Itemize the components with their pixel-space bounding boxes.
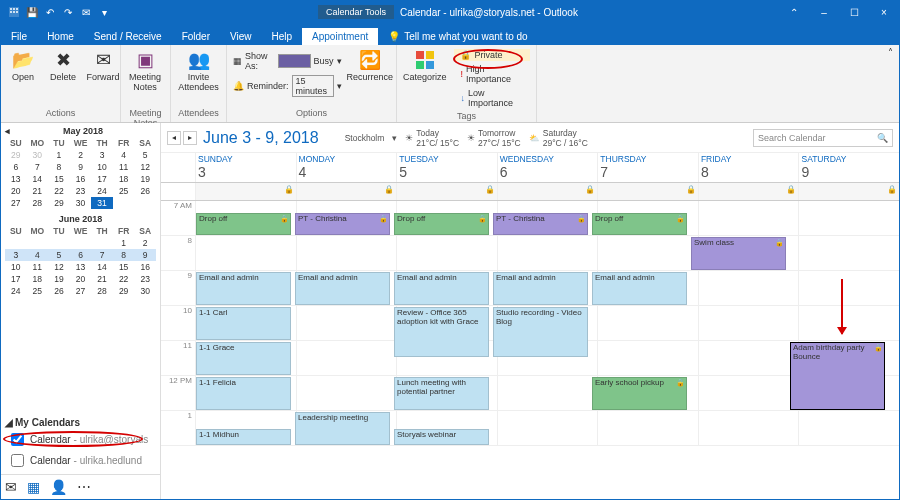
- evt-label: Swim class: [694, 238, 734, 247]
- event-email[interactable]: Email and admin: [493, 272, 588, 305]
- tab-folder[interactable]: Folder: [172, 28, 220, 45]
- calendar-icon[interactable]: ▦: [27, 479, 40, 495]
- event-email[interactable]: Email and admin: [394, 272, 489, 305]
- open-button[interactable]: 📂Open: [5, 47, 41, 85]
- calendar-item-2[interactable]: Calendar- ulrika.hedlund: [5, 451, 156, 470]
- event-pt[interactable]: PT - Christina🔒: [493, 213, 588, 235]
- evt-label: Studio recording - Video Blog: [496, 308, 582, 326]
- private-button[interactable]: 🔒Private: [454, 49, 530, 61]
- low-importance-button[interactable]: ↓Low Importance: [454, 87, 530, 109]
- event-felicia[interactable]: 1-1 Felicia: [196, 377, 291, 410]
- day-tue[interactable]: TUESDAY5: [396, 153, 497, 182]
- daynum: 5: [399, 164, 495, 180]
- event-webinar[interactable]: Storyals webinar: [394, 429, 489, 445]
- event-email[interactable]: Email and admin: [592, 272, 687, 305]
- event-swim[interactable]: Swim class🔒: [691, 237, 786, 270]
- chevron-down-icon[interactable]: ▾: [337, 56, 342, 66]
- mini-calendar-may[interactable]: ◂May 2018 SUMOTUWETHFRSA2930123456789101…: [1, 123, 160, 211]
- calendar-checkbox-1[interactable]: [11, 433, 24, 446]
- event-grace[interactable]: 1-1 Grace: [196, 342, 291, 375]
- minimize-button[interactable]: –: [809, 1, 839, 23]
- day-mon[interactable]: MONDAY4: [296, 153, 397, 182]
- hour-1: 1: [161, 411, 195, 445]
- event-drop-off[interactable]: Drop off🔒: [592, 213, 687, 235]
- calendar-checkbox-2[interactable]: [11, 454, 24, 467]
- categorize-button[interactable]: Categorize: [401, 47, 448, 85]
- event-studio[interactable]: Studio recording - Video Blog: [493, 307, 588, 357]
- high-importance-button[interactable]: !High Importance: [454, 63, 530, 85]
- event-birthday[interactable]: Adam birthday party Bounce🔒: [790, 342, 885, 410]
- day-wed[interactable]: WEDNESDAY6: [497, 153, 598, 182]
- svg-rect-8: [426, 51, 434, 59]
- tab-help[interactable]: Help: [262, 28, 303, 45]
- undo-icon[interactable]: ↶: [43, 5, 57, 19]
- recurrence-button[interactable]: 🔁Recurrence: [348, 47, 392, 85]
- more-icon[interactable]: ⋯: [77, 479, 91, 495]
- close-button[interactable]: ×: [869, 1, 899, 23]
- sun-icon: ☀: [467, 133, 475, 143]
- recurrence-label: Recurrence: [347, 73, 394, 83]
- reminder-value[interactable]: 15 minutes: [292, 75, 334, 97]
- allday-sun[interactable]: 🔒: [195, 183, 296, 200]
- qat-caret-icon[interactable]: ▾: [97, 5, 111, 19]
- day-thu[interactable]: THURSDAY7: [597, 153, 698, 182]
- showas-value[interactable]: [278, 54, 310, 68]
- invite-attendees-button[interactable]: 👥Invite Attendees: [175, 47, 222, 95]
- event-lunch[interactable]: Lunch meeting with potential partner: [394, 377, 489, 410]
- allday-wed[interactable]: 🔒: [497, 183, 598, 200]
- tab-view[interactable]: View: [220, 28, 262, 45]
- event-leadership[interactable]: Leadership meeting: [295, 412, 390, 445]
- ribbon-options-icon[interactable]: ⌃: [779, 1, 809, 23]
- send-receive-icon[interactable]: ✉: [79, 5, 93, 19]
- delete-button[interactable]: ✖Delete: [45, 47, 81, 85]
- evt-label: Early school pickup: [595, 378, 664, 387]
- dayname: FRIDAY: [701, 154, 797, 164]
- lock-icon: 🔒: [874, 344, 883, 352]
- tab-appointment[interactable]: Appointment: [302, 28, 378, 45]
- calendar-item-1[interactable]: Calendar- ulrika@storyals: [5, 430, 156, 449]
- allday-fri[interactable]: 🔒: [698, 183, 799, 200]
- people-icon[interactable]: 👤: [50, 479, 67, 495]
- tab-file[interactable]: File: [1, 28, 37, 45]
- redo-icon[interactable]: ↷: [61, 5, 75, 19]
- day-sat[interactable]: SATURDAY9: [798, 153, 899, 182]
- meeting-notes-button[interactable]: ▣Meeting Notes: [125, 47, 165, 95]
- tab-home[interactable]: Home: [37, 28, 84, 45]
- tab-send-receive[interactable]: Send / Receive: [84, 28, 172, 45]
- event-drop-off[interactable]: Drop off🔒: [196, 213, 291, 235]
- event-pickup[interactable]: Early school pickup🔒: [592, 377, 687, 410]
- event-midhun[interactable]: 1-1 Midhun: [196, 429, 291, 445]
- weather-city[interactable]: Stockholm: [345, 133, 385, 143]
- lock-icon: 🔒: [585, 185, 595, 194]
- event-email[interactable]: Email and admin: [295, 272, 390, 305]
- save-icon[interactable]: 💾: [25, 5, 39, 19]
- allday-mon[interactable]: 🔒: [296, 183, 397, 200]
- day-fri[interactable]: FRIDAY8: [698, 153, 799, 182]
- forward-button[interactable]: ✉Forward: [85, 47, 121, 85]
- chevron-left-icon[interactable]: ◂: [5, 126, 10, 136]
- prev-week-button[interactable]: ◂: [167, 131, 181, 145]
- collapse-ribbon-icon[interactable]: ˄: [888, 47, 893, 58]
- allday-sat[interactable]: 🔒: [798, 183, 899, 200]
- search-calendar-input[interactable]: Search Calendar🔍: [753, 129, 893, 147]
- allday-tue[interactable]: 🔒: [396, 183, 497, 200]
- event-pt[interactable]: PT - Christina🔒: [295, 213, 390, 235]
- event-carl[interactable]: 1-1 Carl: [196, 307, 291, 340]
- allday-thu[interactable]: 🔒: [597, 183, 698, 200]
- day-sun[interactable]: SUNDAY3: [195, 153, 296, 182]
- calendar-header: ◂ ▸ June 3 - 9, 2018 Stockholm▾ ☀Today21…: [161, 123, 899, 153]
- chevron-down-icon[interactable]: ▾: [392, 133, 397, 143]
- tell-me-search[interactable]: 💡 Tell me what you want to do: [378, 28, 537, 45]
- chevron-down-icon[interactable]: ▾: [337, 81, 342, 91]
- mini-calendar-june[interactable]: June 2018 SUMOTUWETHFRSA1234567891011121…: [1, 211, 160, 299]
- evt-label: Email and admin: [397, 273, 457, 282]
- svg-rect-10: [426, 61, 434, 69]
- mail-icon[interactable]: ✉: [5, 479, 17, 495]
- event-review[interactable]: Review - Office 365 adoption kit with Gr…: [394, 307, 489, 357]
- event-email[interactable]: Email and admin: [196, 272, 291, 305]
- next-week-button[interactable]: ▸: [183, 131, 197, 145]
- event-drop-off[interactable]: Drop off🔒: [394, 213, 489, 235]
- maximize-button[interactable]: ☐: [839, 1, 869, 23]
- my-calendars-header[interactable]: ◢My Calendars: [5, 417, 156, 428]
- grid-icon[interactable]: [7, 5, 21, 19]
